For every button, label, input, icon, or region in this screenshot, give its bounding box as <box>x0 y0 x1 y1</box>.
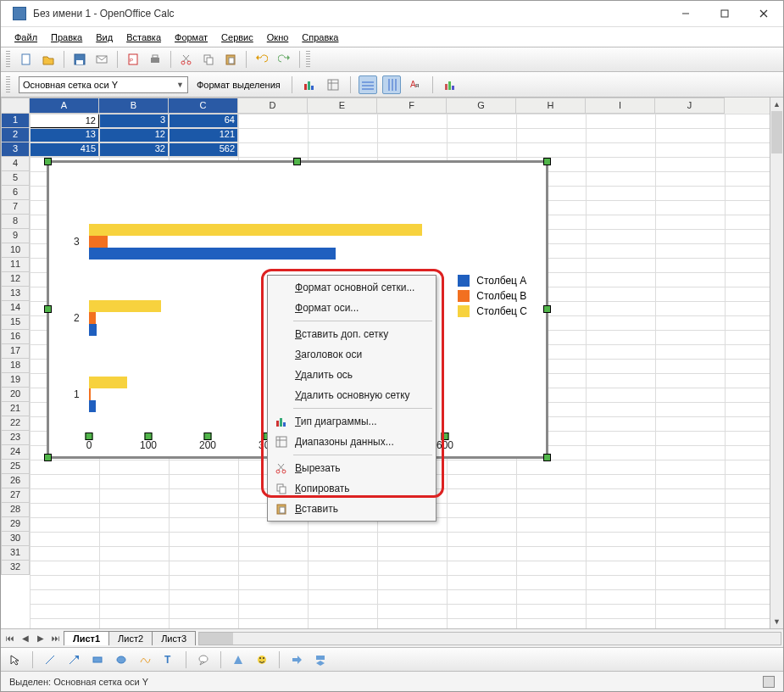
chart-element-selector[interactable]: Основная сетка оси Y ▼ <box>19 76 188 93</box>
row-header[interactable]: 26 <box>1 474 30 488</box>
sheet-tab[interactable]: Лист3 <box>152 631 196 645</box>
row-header[interactable]: 32 <box>1 561 30 575</box>
row-header[interactable]: 28 <box>1 503 30 517</box>
copy-button[interactable] <box>199 50 218 69</box>
row-header[interactable]: 11 <box>1 258 30 272</box>
row-header[interactable]: 21 <box>1 402 30 416</box>
row-header[interactable]: 14 <box>1 301 30 315</box>
cell-grid[interactable]: 56232415121121364312 1230100200300400500… <box>30 114 783 628</box>
row-header[interactable]: 17 <box>1 344 30 359</box>
column-header[interactable]: F <box>377 98 447 114</box>
tab-prev-button[interactable]: ◀ <box>18 631 33 646</box>
format-selection-button[interactable]: Формат выделения <box>193 78 284 92</box>
axis-handle[interactable] <box>86 432 93 440</box>
save-button[interactable] <box>70 50 89 69</box>
context-menu-item[interactable]: Удалить ось <box>270 365 434 385</box>
resize-handle[interactable] <box>293 158 301 165</box>
row-header[interactable]: 18 <box>1 359 30 373</box>
axis-handle[interactable] <box>204 432 212 440</box>
legend-button[interactable]: Aя <box>406 75 425 94</box>
bar-segment[interactable] <box>89 388 91 400</box>
symbol-shapes-tool[interactable] <box>253 650 271 669</box>
menu-view[interactable]: Вид <box>91 31 118 44</box>
arrow-tool[interactable] <box>64 650 83 669</box>
paste-button[interactable] <box>221 50 240 69</box>
tab-first-button[interactable]: ⏮ <box>3 631 18 646</box>
flowchart-tool[interactable] <box>311 650 330 669</box>
row-header[interactable]: 8 <box>1 215 30 229</box>
maximize-button[interactable] <box>705 1 744 26</box>
chart-wall-button[interactable] <box>441 75 459 94</box>
context-menu-item[interactable]: Диапазоны данных... <box>270 432 434 452</box>
context-menu-item[interactable]: Формат основной сетки... <box>270 277 434 298</box>
row-header[interactable]: 20 <box>1 388 30 402</box>
new-doc-button[interactable] <box>17 50 36 69</box>
basic-shapes-tool[interactable] <box>229 650 247 669</box>
sheet-tab[interactable]: Лист2 <box>108 631 153 645</box>
row-header[interactable]: 15 <box>1 315 30 330</box>
legend-entry[interactable]: Столбец C <box>458 305 527 317</box>
resize-handle[interactable] <box>543 454 551 461</box>
print-button[interactable] <box>146 50 164 69</box>
block-arrows-tool[interactable] <box>287 650 306 669</box>
row-header[interactable]: 22 <box>1 416 30 431</box>
bar-segment[interactable] <box>89 400 96 412</box>
select-all-corner[interactable] <box>1 98 30 114</box>
open-button[interactable] <box>39 50 58 69</box>
scroll-down-button[interactable]: ▼ <box>770 615 783 628</box>
row-header[interactable]: 31 <box>1 546 30 561</box>
row-header[interactable]: 24 <box>1 445 30 460</box>
data-ranges-button[interactable] <box>324 75 342 94</box>
row-header[interactable]: 10 <box>1 243 30 258</box>
cut-button[interactable] <box>177 50 196 69</box>
column-header[interactable]: G <box>447 98 516 114</box>
menu-edit[interactable]: Правка <box>46 31 87 44</box>
context-menu-item[interactable]: Вставить <box>270 499 434 519</box>
context-menu-item[interactable]: Заголовок оси <box>270 344 434 365</box>
toolbar-grip[interactable] <box>6 51 10 68</box>
bar-segment[interactable] <box>89 224 422 236</box>
line-tool[interactable] <box>41 650 59 669</box>
scroll-thumb[interactable] <box>199 633 233 645</box>
chart-legend[interactable]: Столбец AСтолбец BСтолбец C <box>458 271 527 321</box>
column-header[interactable]: B <box>99 98 169 114</box>
sheet-tab[interactable]: Лист1 <box>64 631 109 645</box>
column-header[interactable]: J <box>655 98 725 114</box>
bar-segment[interactable] <box>89 324 97 336</box>
row-header[interactable]: 4 <box>1 157 30 171</box>
row-header[interactable]: 3 <box>1 142 30 157</box>
context-menu-item[interactable]: Копировать <box>270 478 434 499</box>
row-header[interactable]: 13 <box>1 287 30 301</box>
column-header[interactable]: I <box>586 98 655 114</box>
row-header[interactable]: 30 <box>1 532 30 546</box>
tab-next-button[interactable]: ▶ <box>33 631 48 646</box>
column-header[interactable]: H <box>516 98 586 114</box>
email-button[interactable] <box>92 50 111 69</box>
rectangle-tool[interactable] <box>88 650 107 669</box>
status-indicator[interactable] <box>763 676 775 688</box>
row-header[interactable]: 9 <box>1 229 30 243</box>
bar-segment[interactable] <box>89 236 108 248</box>
chart-type-button[interactable] <box>300 75 319 94</box>
context-menu-item[interactable]: Вставить доп. сетку <box>270 324 434 344</box>
menu-help[interactable]: Справка <box>297 31 343 44</box>
menu-file[interactable]: Файл <box>9 31 42 44</box>
row-header[interactable]: 2 <box>1 128 30 142</box>
row-header[interactable]: 23 <box>1 431 30 445</box>
callout-tool[interactable] <box>194 650 213 669</box>
bar-segment[interactable] <box>89 377 127 388</box>
undo-button[interactable] <box>253 50 271 69</box>
ellipse-tool[interactable] <box>112 650 131 669</box>
toolbar-grip-3[interactable] <box>6 76 10 93</box>
row-header[interactable]: 29 <box>1 517 30 532</box>
close-button[interactable] <box>744 1 783 26</box>
context-menu-item[interactable]: Вырезать <box>270 458 434 478</box>
axis-handle[interactable] <box>145 432 153 440</box>
legend-entry[interactable]: Столбец B <box>458 290 527 302</box>
row-header[interactable]: 25 <box>1 460 30 474</box>
vertical-grid-button[interactable] <box>382 75 401 94</box>
context-menu-item[interactable]: Формат оси... <box>270 298 434 318</box>
column-header[interactable]: E <box>308 98 377 114</box>
row-header[interactable]: 6 <box>1 186 30 200</box>
context-menu-item[interactable]: Тип диаграммы... <box>270 411 434 432</box>
